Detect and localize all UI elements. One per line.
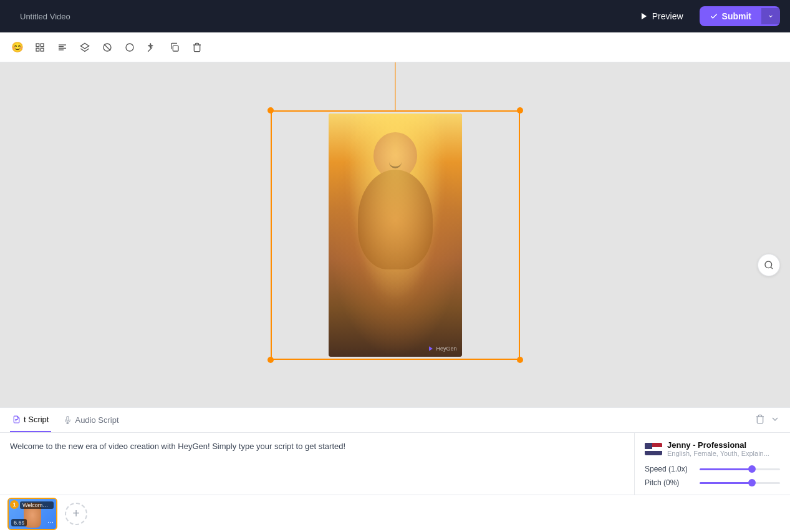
guide-line (395, 62, 395, 110)
timeline-more-1[interactable]: ··· (47, 518, 54, 526)
svg-rect-3 (36, 48, 39, 51)
handle-top-left[interactable] (267, 107, 274, 114)
script-tabs: t Script Audio Script (0, 408, 790, 433)
svg-line-17 (771, 267, 773, 269)
timeline-slide-1[interactable]: 1 Welcome to the... 6.6s ··· (7, 498, 57, 530)
us-flag-icon (645, 443, 662, 455)
submit-button-group: Submit (700, 6, 780, 26)
svg-point-16 (765, 261, 772, 268)
timeline-badge-1: 1 (10, 500, 19, 509)
svg-rect-14 (173, 46, 178, 51)
svg-marker-15 (430, 346, 433, 351)
pitch-thumb[interactable] (748, 479, 756, 486)
script-tab-actions (755, 414, 780, 427)
voice-info: Jenny - Professional English, Female, Yo… (645, 440, 780, 457)
text-icon (12, 415, 21, 423)
speed-thumb[interactable] (748, 465, 756, 473)
zoom-button[interactable] (758, 254, 780, 276)
trash-icon[interactable] (187, 37, 207, 57)
speed-fill (700, 468, 752, 470)
monk-image: HeyGen (329, 114, 462, 357)
voice-name: Jenny - Professional (667, 440, 769, 450)
video-title: Untitled Video (20, 12, 70, 21)
svg-line-11 (104, 44, 110, 51)
speed-slider[interactable] (700, 468, 780, 470)
header: Untitled Video Preview Submit (0, 0, 790, 32)
preview-button[interactable]: Preview (631, 7, 692, 25)
selection-box[interactable]: HeyGen (271, 110, 520, 360)
chevron-down-icon (768, 13, 774, 19)
hide-icon[interactable] (97, 37, 117, 57)
timeline: 1 Welcome to the... 6.6s ··· + (0, 495, 790, 532)
timeline-duration-1: 6.6s (11, 519, 27, 526)
speed-label: Speed (1.0x) (645, 465, 695, 473)
grid-icon[interactable] (30, 37, 50, 57)
emoji-icon[interactable]: 😊 (7, 37, 27, 57)
handle-bottom-right[interactable] (517, 357, 523, 363)
timeline-label-1: Welcome to the... (20, 501, 54, 509)
layers-icon[interactable] (75, 37, 95, 57)
monk-image-inner (329, 114, 462, 357)
voice-details: Jenny - Professional English, Female, Yo… (667, 440, 769, 457)
chevron-down-script-icon (770, 414, 780, 424)
svg-point-12 (126, 44, 133, 51)
toolbar: 😊 (0, 32, 790, 62)
speed-control: Speed (1.0x) (645, 465, 780, 473)
mic-icon (64, 416, 72, 424)
play-icon (640, 12, 648, 21)
pitch-fill (700, 482, 752, 484)
canvas-area: HeyGen (0, 62, 790, 407)
glow-effect (329, 114, 462, 357)
voice-description: English, Female, Youth, Explain... (667, 450, 769, 457)
zoom-icon (764, 260, 774, 270)
align-icon[interactable] (52, 37, 72, 57)
timeline-thumb-1[interactable]: 1 Welcome to the... 6.6s ··· (7, 498, 57, 530)
svg-rect-2 (41, 44, 44, 47)
heygen-watermark: HeyGen (428, 346, 456, 352)
handle-top-right[interactable] (517, 107, 523, 114)
main-layout: HeyGen t Script (0, 62, 790, 532)
tab-audio-script[interactable]: Audio Script (61, 408, 121, 432)
pitch-label: Pitch (0%) (645, 478, 695, 487)
script-text: Welcome to the new era of video creation… (10, 440, 624, 453)
pitch-control: Pitch (0%) (645, 478, 780, 487)
duplicate-icon[interactable] (165, 37, 185, 57)
svg-rect-4 (41, 48, 44, 51)
trash-script-icon (755, 414, 765, 424)
svg-marker-9 (80, 43, 89, 49)
circle-icon[interactable] (120, 37, 140, 57)
submit-dropdown-button[interactable] (761, 8, 780, 24)
handle-bottom-left[interactable] (267, 357, 274, 363)
submit-main-button[interactable]: Submit (700, 6, 761, 26)
check-icon (710, 12, 718, 21)
tab-text-script[interactable]: t Script (10, 408, 51, 432)
heygen-logo-icon (428, 346, 434, 352)
svg-rect-1 (36, 44, 39, 47)
add-slide-button[interactable]: + (65, 503, 87, 525)
pitch-slider[interactable] (700, 482, 780, 484)
svg-marker-0 (642, 13, 647, 20)
collapse-script-button[interactable] (770, 414, 780, 427)
voice-controls: Speed (1.0x) Pitch (0%) (645, 465, 780, 487)
delete-script-button[interactable] (755, 414, 765, 427)
magic-icon[interactable] (142, 37, 162, 57)
